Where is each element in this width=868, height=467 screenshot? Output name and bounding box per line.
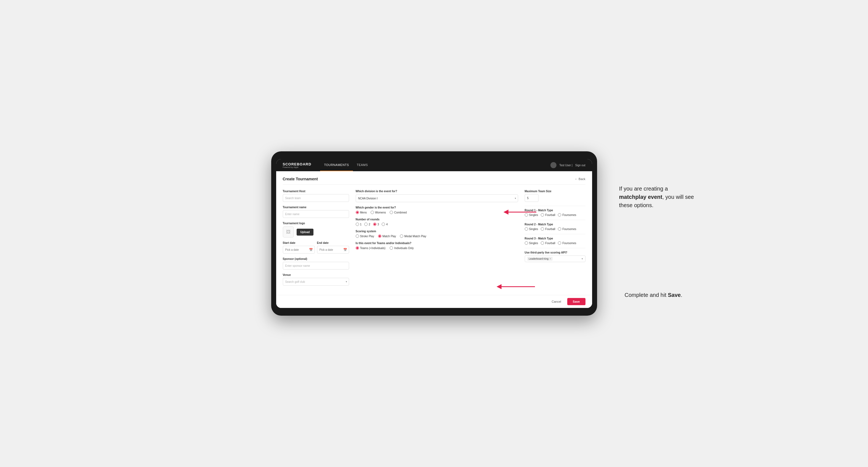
- gender-mens-radio[interactable]: [356, 211, 359, 214]
- scoring-radio-group: Stroke Play Match Play Medal Match Play: [356, 235, 518, 238]
- scoring-medal[interactable]: Medal Match Play: [400, 235, 426, 238]
- gender-womens[interactable]: Womens: [371, 211, 386, 214]
- sponsor-label: Sponsor (optional): [283, 257, 349, 260]
- logo-upload-area: 🖼 Upload: [283, 226, 349, 238]
- round3-singles-label: Singles: [529, 242, 538, 245]
- nav-teams[interactable]: TEAMS: [353, 159, 372, 171]
- round3-singles-radio[interactable]: [525, 241, 528, 245]
- scoring-medal-label: Medal Match Play: [404, 235, 426, 238]
- individuals-option[interactable]: Individuals Only: [390, 246, 414, 250]
- round2-foursomes-label: Foursomes: [562, 227, 576, 230]
- round2-singles-radio[interactable]: [525, 227, 528, 230]
- round3-options: Singles Fourball Foursomes: [525, 241, 586, 245]
- divider-4: [525, 248, 586, 248]
- round-2[interactable]: 2: [364, 223, 370, 226]
- teams-option[interactable]: Teams (+Individuals): [356, 246, 385, 250]
- avatar: [550, 162, 556, 168]
- navbar: SCOREBOARD Powered by clippit TOURNAMENT…: [276, 159, 592, 171]
- venue-group: Venue ▾: [283, 273, 349, 286]
- individuals-radio[interactable]: [390, 246, 393, 250]
- max-team-label: Maximum Team Size: [525, 190, 586, 193]
- api-tag: Leaderboard King ×: [527, 257, 553, 261]
- round-3[interactable]: 3: [373, 223, 379, 226]
- teams-radio[interactable]: [356, 246, 359, 250]
- round2-fourball[interactable]: Fourball: [541, 227, 555, 230]
- round2-fourball-radio[interactable]: [541, 227, 544, 230]
- brand-title: SCOREBOARD: [283, 162, 312, 166]
- round1-foursomes[interactable]: Foursomes: [558, 213, 576, 217]
- round2-foursomes-radio[interactable]: [558, 227, 561, 230]
- gender-combined[interactable]: Combined: [390, 211, 407, 214]
- scoring-match[interactable]: Match Play: [378, 235, 396, 238]
- max-team-group: Maximum Team Size: [525, 190, 586, 202]
- tournament-name-group: Tournament name: [283, 206, 349, 218]
- red-arrow-bottom: [496, 281, 535, 292]
- sponsor-input[interactable]: [283, 262, 349, 270]
- form-title: Create Tournament: [283, 177, 318, 181]
- divider-3: [525, 234, 586, 234]
- division-select[interactable]: NCAA Division I: [356, 194, 518, 202]
- red-arrow-right: [503, 207, 536, 218]
- tournament-host-input[interactable]: [283, 194, 349, 202]
- gender-womens-radio[interactable]: [371, 211, 374, 214]
- scoring-match-radio[interactable]: [378, 235, 381, 238]
- round3-fourball[interactable]: Fourball: [541, 241, 555, 245]
- round3-fourball-radio[interactable]: [541, 241, 544, 245]
- nav-links: TOURNAMENTS TEAMS: [320, 159, 372, 171]
- api-tag-text: Leaderboard King: [529, 257, 549, 260]
- signout-button[interactable]: Sign out: [575, 164, 586, 167]
- round3-foursomes[interactable]: Foursomes: [558, 241, 576, 245]
- form-header: Create Tournament ← Back: [283, 177, 586, 185]
- back-button[interactable]: ← Back: [575, 177, 586, 181]
- start-date-wrap: 📅: [283, 246, 315, 253]
- tablet-frame: SCOREBOARD Powered by clippit TOURNAMENT…: [271, 151, 597, 316]
- save-button[interactable]: Save: [567, 298, 586, 305]
- rounds-radio-group: 1 2 3: [356, 223, 518, 226]
- nav-right: Test User | Sign out: [550, 162, 585, 168]
- round-4-radio[interactable]: [382, 223, 385, 226]
- round-1-radio[interactable]: [356, 223, 359, 226]
- round2-singles[interactable]: Singles: [525, 227, 538, 230]
- rounds-label: Number of rounds: [356, 218, 518, 221]
- division-select-wrap: NCAA Division I ▾: [356, 194, 518, 202]
- round-3-label: 3: [377, 223, 379, 226]
- round-4[interactable]: 4: [382, 223, 388, 226]
- division-group: Which division is the event for? NCAA Di…: [356, 190, 518, 202]
- scoring-stroke[interactable]: Stroke Play: [356, 235, 374, 238]
- chevron-down-icon-3: ▾: [582, 257, 583, 260]
- api-remove-icon[interactable]: ×: [550, 257, 551, 260]
- scoring-stroke-radio[interactable]: [356, 235, 359, 238]
- tournament-name-input[interactable]: [283, 210, 349, 218]
- round3-singles[interactable]: Singles: [525, 241, 538, 245]
- venue-input[interactable]: [283, 278, 349, 286]
- round1-foursomes-radio[interactable]: [558, 213, 561, 217]
- round1-fourball-radio[interactable]: [541, 213, 544, 217]
- start-date-group: Start date 📅: [283, 241, 315, 253]
- scoring-medal-radio[interactable]: [400, 235, 403, 238]
- gender-mens[interactable]: Mens: [356, 211, 367, 214]
- image-icon: 🖼: [286, 229, 290, 235]
- round-2-radio[interactable]: [364, 223, 368, 226]
- nav-username: Test User |: [559, 164, 572, 167]
- round3-foursomes-label: Foursomes: [562, 242, 576, 245]
- division-label: Which division is the event for?: [356, 190, 518, 193]
- nav-tournaments[interactable]: TOURNAMENTS: [320, 159, 353, 171]
- api-select-wrap[interactable]: Leaderboard King × ▾: [525, 255, 586, 262]
- round1-fourball[interactable]: Fourball: [541, 213, 555, 217]
- sponsor-group: Sponsor (optional): [283, 257, 349, 270]
- gender-combined-radio[interactable]: [390, 211, 393, 214]
- tournament-logo-label: Tournament logo: [283, 222, 349, 225]
- upload-button[interactable]: Upload: [297, 229, 314, 236]
- max-team-input[interactable]: [525, 194, 538, 202]
- cancel-button[interactable]: Cancel: [549, 298, 564, 305]
- round2-match-type: Round 2 - Match Type Singles Fourball: [525, 223, 586, 230]
- round3-foursomes-radio[interactable]: [558, 241, 561, 245]
- date-row: Start date 📅 End date: [283, 241, 349, 253]
- tournament-host-label: Tournament Host: [283, 190, 349, 193]
- logo-placeholder: 🖼: [283, 226, 294, 238]
- end-date-wrap: 📅: [317, 246, 349, 253]
- round2-singles-label: Singles: [529, 227, 538, 230]
- round-1[interactable]: 1: [356, 223, 362, 226]
- round2-foursomes[interactable]: Foursomes: [558, 227, 576, 230]
- round-3-radio[interactable]: [373, 223, 376, 226]
